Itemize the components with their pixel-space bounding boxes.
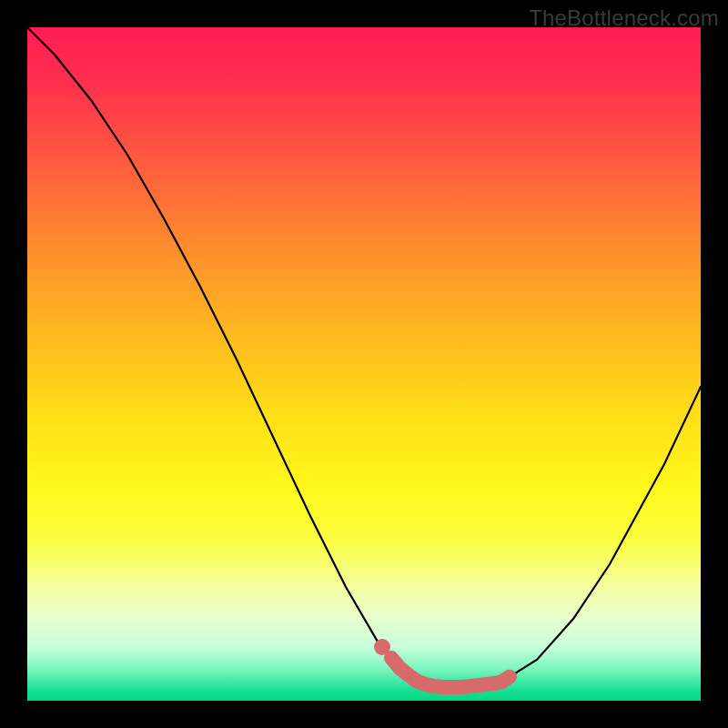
highlight-dot: [374, 639, 390, 655]
highlight-dot: [387, 653, 400, 667]
highlight-dots: [374, 639, 412, 679]
curve-layer: [27, 27, 701, 701]
highlight-dot: [399, 665, 412, 679]
bottleneck-curve-path: [27, 27, 701, 687]
chart-stage: TheBottleneck.com: [0, 0, 728, 728]
plot-area: [27, 27, 701, 701]
